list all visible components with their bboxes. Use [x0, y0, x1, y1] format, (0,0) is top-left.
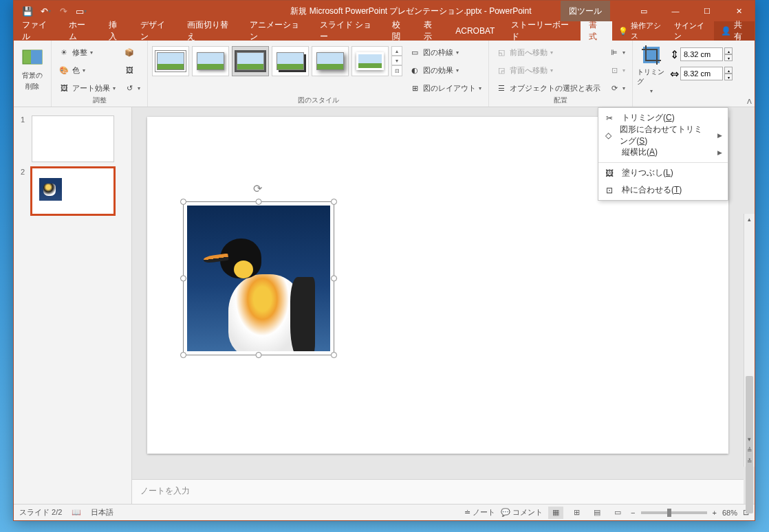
change-picture-button[interactable]: 🖼 [121, 63, 143, 78]
corrections-button[interactable]: ☀修整▾ [56, 45, 118, 60]
handle-l[interactable] [180, 276, 186, 282]
tab-home[interactable]: ホーム [61, 21, 100, 41]
style-1[interactable] [152, 46, 189, 76]
redo-button[interactable]: ↷ [55, 3, 72, 19]
style-2[interactable] [192, 46, 229, 76]
scroll-up[interactable]: ▴ [744, 214, 755, 225]
style-4[interactable] [272, 46, 309, 76]
bring-forward-button[interactable]: ◱前面へ移動▾ [493, 45, 603, 60]
scroll-down[interactable]: ▾ [744, 434, 755, 445]
tab-storyboard[interactable]: ストーリーボード [503, 21, 581, 41]
width-input[interactable]: 8.32 cm [680, 67, 723, 80]
picture-effects-button[interactable]: ◐図の効果▾ [407, 63, 484, 78]
remove-bg-icon [21, 47, 43, 69]
comments-toggle[interactable]: 💬 コメント [501, 507, 543, 518]
zoom-in-button[interactable]: + [713, 509, 717, 517]
start-from-beginning-button[interactable]: ▭▾ [73, 3, 89, 19]
align-icon: ⊫ [609, 47, 620, 58]
zoom-slider[interactable] [641, 511, 707, 514]
spellcheck-icon[interactable]: 📖 [72, 508, 81, 517]
crop-icon: ✂ [604, 113, 615, 124]
share-button[interactable]: 👤共有 [714, 21, 755, 41]
handle-b[interactable] [256, 352, 262, 358]
handle-br[interactable] [331, 352, 337, 358]
remove-background-button[interactable]: 背景の削除 [18, 43, 47, 95]
tab-view[interactable]: 表示 [415, 21, 447, 41]
thumb-num-2: 2 [21, 168, 28, 214]
signin-button[interactable]: サインイン [669, 21, 714, 41]
style-5[interactable] [312, 46, 349, 76]
slideshow-view-button[interactable]: ▭ [610, 507, 625, 519]
artistic-icon: 🖼 [58, 82, 69, 93]
tab-animations[interactable]: アニメーション [241, 21, 312, 41]
rotate-button[interactable]: ⟳▾ [606, 80, 628, 96]
height-down[interactable]: ▾ [724, 54, 733, 61]
minimize-button[interactable]: — [660, 1, 691, 21]
inserted-picture[interactable]: ⟳ [187, 206, 330, 351]
handle-t[interactable] [256, 199, 262, 205]
picture-border-button[interactable]: ▭図の枠線▾ [407, 45, 484, 60]
tab-acrobat[interactable]: ACROBAT [447, 21, 503, 41]
tab-insert[interactable]: 挿入 [100, 21, 132, 41]
style-6[interactable] [351, 46, 389, 76]
title-bar: 💾 ↶▾ ↷ ▭▾ 新規 Microsoft PowerPoint プレゼンテー… [14, 1, 755, 21]
gallery-down[interactable]: ▾ [391, 56, 402, 65]
reading-view-button[interactable]: ▤ [589, 507, 605, 519]
handle-tr[interactable] [331, 199, 337, 205]
maximize-button[interactable]: ☐ [691, 1, 723, 21]
next-slide-button[interactable]: ≛ [744, 456, 755, 467]
notes-toggle[interactable]: ≐ ノート [464, 507, 495, 518]
tab-file[interactable]: ファイル [14, 21, 61, 41]
close-button[interactable]: ✕ [723, 1, 755, 21]
normal-view-button[interactable]: ▦ [548, 507, 563, 519]
tab-transitions[interactable]: 画面切り替え [179, 21, 241, 41]
tell-me[interactable]: 💡操作アシス [613, 21, 669, 41]
selection-pane-button[interactable]: ☰オブジェクトの選択と表示 [493, 80, 603, 96]
gallery-more[interactable]: ⊟ [391, 65, 402, 76]
picture-layout-button[interactable]: ⊞図のレイアウト▾ [407, 80, 484, 96]
zoom-out-button[interactable]: − [631, 509, 635, 517]
rotate-handle-icon[interactable]: ⟳ [253, 182, 264, 193]
style-3[interactable] [232, 46, 269, 76]
reset-picture-button[interactable]: ↺▾ [121, 80, 143, 96]
tab-review[interactable]: 校閲 [384, 21, 415, 41]
handle-tl[interactable] [180, 199, 186, 205]
artistic-effects-button[interactable]: 🖼アート効果▾ [56, 80, 118, 96]
slide-indicator[interactable]: スライド 2/2 [19, 507, 62, 518]
fill-menu-item[interactable]: 🖼塗りつぶし(L) [598, 164, 728, 181]
prev-slide-button[interactable]: ≜ [744, 445, 755, 456]
compress-pictures-button[interactable]: 📦 [121, 45, 143, 60]
effects-icon: ◐ [409, 65, 420, 76]
group-button[interactable]: ⊡▾ [606, 63, 628, 78]
send-backward-button[interactable]: ◲背面へ移動▾ [493, 63, 603, 78]
height-input[interactable]: 8.32 cm [680, 47, 723, 61]
ribbon-tabs: ファイル ホーム 挿入 デザイン 画面切り替え アニメーション スライド ショー… [14, 21, 755, 41]
collapse-ribbon-button[interactable]: ᐱ [747, 98, 752, 105]
adjust-group-label: 調整 [56, 96, 143, 105]
align-button[interactable]: ⊫▾ [606, 45, 628, 60]
width-up[interactable]: ▴ [724, 67, 733, 74]
tab-slideshow[interactable]: スライド ショー [312, 21, 384, 41]
color-button[interactable]: 🎨色▾ [56, 63, 118, 78]
reset-icon: ↺ [124, 82, 135, 93]
thumb-slide-2[interactable] [32, 168, 114, 214]
language-indicator[interactable]: 日本語 [91, 507, 113, 518]
handle-bl[interactable] [180, 352, 186, 358]
save-button[interactable]: 💾 [19, 3, 36, 19]
width-down[interactable]: ▾ [724, 74, 733, 80]
thumb-slide-1[interactable] [32, 115, 114, 162]
gallery-up[interactable]: ▴ [391, 46, 402, 56]
fit-menu-item[interactable]: ⊡枠に合わせる(T) [598, 181, 728, 199]
vertical-scrollbar[interactable]: ▴ ▾ ≜ ≛ [744, 214, 755, 467]
tab-format[interactable]: 書式 [581, 21, 612, 41]
sorter-view-button[interactable]: ⊞ [569, 507, 584, 519]
height-up[interactable]: ▴ [724, 47, 733, 54]
crop-button[interactable]: トリミング▾ [637, 43, 666, 95]
undo-button[interactable]: ↶▾ [37, 3, 54, 19]
handle-r[interactable] [331, 276, 337, 282]
notes-pane[interactable]: ノートを入力 [132, 479, 744, 504]
zoom-level[interactable]: 68% [722, 509, 737, 517]
tab-design[interactable]: デザイン [132, 21, 179, 41]
crop-to-shape-menu-item[interactable]: ◇図形に合わせてトリミング(S)▶ [598, 126, 728, 144]
ribbon-options-button[interactable]: ▭ [628, 1, 660, 21]
